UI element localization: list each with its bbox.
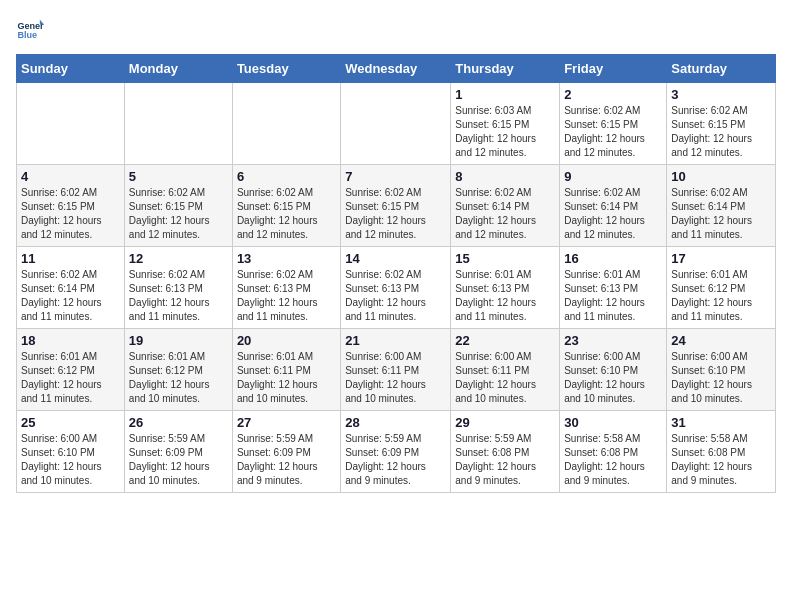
calendar-cell: 20Sunrise: 6:01 AM Sunset: 6:11 PM Dayli… <box>232 329 340 411</box>
day-number: 4 <box>21 169 120 184</box>
calendar-cell: 4Sunrise: 6:02 AM Sunset: 6:15 PM Daylig… <box>17 165 125 247</box>
calendar-cell: 28Sunrise: 5:59 AM Sunset: 6:09 PM Dayli… <box>341 411 451 493</box>
day-info: Sunrise: 5:59 AM Sunset: 6:09 PM Dayligh… <box>129 432 228 488</box>
day-number: 10 <box>671 169 771 184</box>
day-number: 21 <box>345 333 446 348</box>
day-info: Sunrise: 5:59 AM Sunset: 6:08 PM Dayligh… <box>455 432 555 488</box>
day-number: 18 <box>21 333 120 348</box>
day-number: 24 <box>671 333 771 348</box>
calendar-cell: 11Sunrise: 6:02 AM Sunset: 6:14 PM Dayli… <box>17 247 125 329</box>
day-number: 15 <box>455 251 555 266</box>
calendar-week-row: 11Sunrise: 6:02 AM Sunset: 6:14 PM Dayli… <box>17 247 776 329</box>
calendar-cell: 1Sunrise: 6:03 AM Sunset: 6:15 PM Daylig… <box>451 83 560 165</box>
calendar-cell: 10Sunrise: 6:02 AM Sunset: 6:14 PM Dayli… <box>667 165 776 247</box>
calendar-week-row: 25Sunrise: 6:00 AM Sunset: 6:10 PM Dayli… <box>17 411 776 493</box>
calendar-cell: 3Sunrise: 6:02 AM Sunset: 6:15 PM Daylig… <box>667 83 776 165</box>
calendar-cell: 26Sunrise: 5:59 AM Sunset: 6:09 PM Dayli… <box>124 411 232 493</box>
day-number: 13 <box>237 251 336 266</box>
calendar-table: SundayMondayTuesdayWednesdayThursdayFrid… <box>16 54 776 493</box>
calendar-cell: 8Sunrise: 6:02 AM Sunset: 6:14 PM Daylig… <box>451 165 560 247</box>
day-info: Sunrise: 6:00 AM Sunset: 6:11 PM Dayligh… <box>455 350 555 406</box>
day-info: Sunrise: 6:02 AM Sunset: 6:15 PM Dayligh… <box>671 104 771 160</box>
day-info: Sunrise: 5:58 AM Sunset: 6:08 PM Dayligh… <box>671 432 771 488</box>
day-info: Sunrise: 5:59 AM Sunset: 6:09 PM Dayligh… <box>237 432 336 488</box>
day-number: 30 <box>564 415 662 430</box>
calendar-cell: 9Sunrise: 6:02 AM Sunset: 6:14 PM Daylig… <box>560 165 667 247</box>
day-info: Sunrise: 6:02 AM Sunset: 6:15 PM Dayligh… <box>564 104 662 160</box>
day-info: Sunrise: 6:01 AM Sunset: 6:13 PM Dayligh… <box>564 268 662 324</box>
day-info: Sunrise: 6:02 AM Sunset: 6:13 PM Dayligh… <box>129 268 228 324</box>
day-info: Sunrise: 6:03 AM Sunset: 6:15 PM Dayligh… <box>455 104 555 160</box>
day-number: 5 <box>129 169 228 184</box>
day-info: Sunrise: 6:01 AM Sunset: 6:13 PM Dayligh… <box>455 268 555 324</box>
calendar-cell: 5Sunrise: 6:02 AM Sunset: 6:15 PM Daylig… <box>124 165 232 247</box>
day-number: 28 <box>345 415 446 430</box>
weekday-header-sunday: Sunday <box>17 55 125 83</box>
day-number: 16 <box>564 251 662 266</box>
logo-icon: General Blue <box>16 16 44 44</box>
weekday-header-thursday: Thursday <box>451 55 560 83</box>
calendar-cell: 29Sunrise: 5:59 AM Sunset: 6:08 PM Dayli… <box>451 411 560 493</box>
calendar-week-row: 1Sunrise: 6:03 AM Sunset: 6:15 PM Daylig… <box>17 83 776 165</box>
day-number: 20 <box>237 333 336 348</box>
weekday-header-row: SundayMondayTuesdayWednesdayThursdayFrid… <box>17 55 776 83</box>
calendar-cell: 15Sunrise: 6:01 AM Sunset: 6:13 PM Dayli… <box>451 247 560 329</box>
calendar-cell: 12Sunrise: 6:02 AM Sunset: 6:13 PM Dayli… <box>124 247 232 329</box>
weekday-header-monday: Monday <box>124 55 232 83</box>
calendar-cell: 23Sunrise: 6:00 AM Sunset: 6:10 PM Dayli… <box>560 329 667 411</box>
calendar-cell: 17Sunrise: 6:01 AM Sunset: 6:12 PM Dayli… <box>667 247 776 329</box>
calendar-cell <box>341 83 451 165</box>
day-number: 7 <box>345 169 446 184</box>
day-number: 25 <box>21 415 120 430</box>
day-info: Sunrise: 6:01 AM Sunset: 6:12 PM Dayligh… <box>21 350 120 406</box>
calendar-cell: 2Sunrise: 6:02 AM Sunset: 6:15 PM Daylig… <box>560 83 667 165</box>
logo: General Blue <box>16 16 44 44</box>
day-info: Sunrise: 6:00 AM Sunset: 6:10 PM Dayligh… <box>671 350 771 406</box>
day-number: 9 <box>564 169 662 184</box>
weekday-header-saturday: Saturday <box>667 55 776 83</box>
day-number: 17 <box>671 251 771 266</box>
day-info: Sunrise: 6:00 AM Sunset: 6:11 PM Dayligh… <box>345 350 446 406</box>
day-info: Sunrise: 6:02 AM Sunset: 6:14 PM Dayligh… <box>564 186 662 242</box>
calendar-cell: 27Sunrise: 5:59 AM Sunset: 6:09 PM Dayli… <box>232 411 340 493</box>
day-number: 14 <box>345 251 446 266</box>
calendar-cell: 24Sunrise: 6:00 AM Sunset: 6:10 PM Dayli… <box>667 329 776 411</box>
day-info: Sunrise: 6:00 AM Sunset: 6:10 PM Dayligh… <box>21 432 120 488</box>
day-number: 12 <box>129 251 228 266</box>
day-info: Sunrise: 6:02 AM Sunset: 6:15 PM Dayligh… <box>21 186 120 242</box>
calendar-cell: 21Sunrise: 6:00 AM Sunset: 6:11 PM Dayli… <box>341 329 451 411</box>
calendar-cell: 14Sunrise: 6:02 AM Sunset: 6:13 PM Dayli… <box>341 247 451 329</box>
day-info: Sunrise: 6:02 AM Sunset: 6:15 PM Dayligh… <box>345 186 446 242</box>
calendar-cell: 6Sunrise: 6:02 AM Sunset: 6:15 PM Daylig… <box>232 165 340 247</box>
day-number: 11 <box>21 251 120 266</box>
calendar-cell: 18Sunrise: 6:01 AM Sunset: 6:12 PM Dayli… <box>17 329 125 411</box>
day-number: 22 <box>455 333 555 348</box>
calendar-week-row: 18Sunrise: 6:01 AM Sunset: 6:12 PM Dayli… <box>17 329 776 411</box>
day-info: Sunrise: 6:02 AM Sunset: 6:14 PM Dayligh… <box>455 186 555 242</box>
day-info: Sunrise: 5:59 AM Sunset: 6:09 PM Dayligh… <box>345 432 446 488</box>
day-info: Sunrise: 6:01 AM Sunset: 6:11 PM Dayligh… <box>237 350 336 406</box>
day-info: Sunrise: 6:02 AM Sunset: 6:13 PM Dayligh… <box>237 268 336 324</box>
calendar-cell: 19Sunrise: 6:01 AM Sunset: 6:12 PM Dayli… <box>124 329 232 411</box>
calendar-cell <box>17 83 125 165</box>
day-info: Sunrise: 5:58 AM Sunset: 6:08 PM Dayligh… <box>564 432 662 488</box>
day-number: 27 <box>237 415 336 430</box>
day-number: 6 <box>237 169 336 184</box>
day-number: 31 <box>671 415 771 430</box>
day-info: Sunrise: 6:02 AM Sunset: 6:15 PM Dayligh… <box>129 186 228 242</box>
header: General Blue <box>16 16 776 44</box>
day-number: 2 <box>564 87 662 102</box>
day-info: Sunrise: 6:01 AM Sunset: 6:12 PM Dayligh… <box>129 350 228 406</box>
calendar-cell: 13Sunrise: 6:02 AM Sunset: 6:13 PM Dayli… <box>232 247 340 329</box>
calendar-cell: 30Sunrise: 5:58 AM Sunset: 6:08 PM Dayli… <box>560 411 667 493</box>
day-number: 3 <box>671 87 771 102</box>
calendar-week-row: 4Sunrise: 6:02 AM Sunset: 6:15 PM Daylig… <box>17 165 776 247</box>
day-info: Sunrise: 6:02 AM Sunset: 6:13 PM Dayligh… <box>345 268 446 324</box>
day-info: Sunrise: 6:01 AM Sunset: 6:12 PM Dayligh… <box>671 268 771 324</box>
calendar-cell: 7Sunrise: 6:02 AM Sunset: 6:15 PM Daylig… <box>341 165 451 247</box>
calendar-cell <box>124 83 232 165</box>
weekday-header-wednesday: Wednesday <box>341 55 451 83</box>
calendar-cell: 31Sunrise: 5:58 AM Sunset: 6:08 PM Dayli… <box>667 411 776 493</box>
weekday-header-friday: Friday <box>560 55 667 83</box>
svg-text:Blue: Blue <box>17 30 37 40</box>
